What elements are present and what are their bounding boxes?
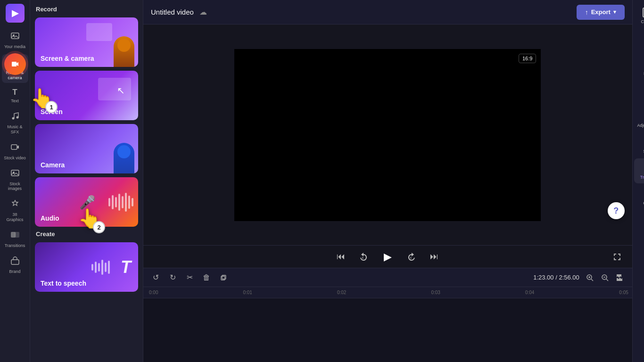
export-icon: ↑ — [585, 8, 588, 16]
adjust-colors-label: Adjust colors — [637, 123, 644, 128]
screen-camera-label: Screen & camera — [41, 55, 94, 62]
rewind-5s-button[interactable]: 5 — [356, 249, 371, 264]
sidebar-item-label-text: Text — [11, 99, 19, 104]
zoom-out-button[interactable] — [598, 271, 611, 284]
screen-label: Screen — [41, 108, 63, 115]
svg-point-4 — [16, 116, 18, 119]
sidebar-item-stock-video[interactable]: Stock video — [2, 140, 28, 164]
timeline-tracks[interactable] — [143, 298, 632, 362]
video-area: 16:9 ? — [143, 25, 632, 245]
timeline-ruler: 0:00 0:01 0:02 0:03 0:04 0:05 — [143, 287, 632, 298]
svg-rect-10 — [11, 260, 19, 264]
record-panel: Record Screen & camera ↖ Screen Camera — [30, 0, 143, 362]
ruler-mark-5: 0:05 — [619, 290, 628, 295]
fullscreen-button[interactable] — [610, 249, 625, 264]
right-sidebar: CC Captions Audio Filters Fade Adjust co… — [632, 0, 644, 362]
tts-waveform — [91, 260, 110, 275]
right-item-speed[interactable]: Speed — [634, 132, 644, 157]
mic-icon: 🎤 — [79, 194, 96, 210]
svg-rect-0 — [11, 33, 19, 39]
time-display: 1:23.00 / 2:56.00 — [533, 274, 579, 281]
export-chevron-icon: ▾ — [613, 9, 616, 15]
screen-card[interactable]: ↖ Screen — [35, 71, 138, 120]
zoom-controls — [583, 271, 627, 284]
transitions-icon — [10, 230, 20, 242]
sidebar-item-stock-images[interactable]: Stock images — [2, 165, 28, 195]
right-item-adjust-colors[interactable]: Adjust colors — [634, 107, 644, 132]
svg-point-3 — [12, 117, 14, 120]
screen-camera-card[interactable]: Screen & camera — [35, 17, 138, 67]
header: Untitled video ☁ ↑ Export ▾ — [143, 0, 632, 25]
skip-to-start-button[interactable]: ⏮ — [333, 249, 348, 264]
sidebar-item-label-graphics: 38 Graphics — [4, 212, 26, 222]
redo-button[interactable]: ↻ — [166, 271, 179, 284]
tts-label: Text to speech — [41, 280, 86, 287]
right-item-audio[interactable]: Audio — [634, 29, 644, 54]
forward-5s-button[interactable]: 5 — [404, 249, 419, 264]
cut-button[interactable]: ✂ — [183, 271, 196, 284]
sidebar-item-label-your-media: Your media — [4, 44, 25, 49]
sidebar-item-your-media[interactable]: Your media — [2, 28, 28, 52]
play-pause-button[interactable]: ▶ — [379, 248, 396, 266]
sidebar-item-graphics[interactable]: 38 Graphics — [2, 196, 28, 225]
svg-text:5: 5 — [410, 256, 412, 259]
zoom-in-button[interactable] — [583, 271, 596, 284]
current-time: 1:23.00 — [533, 274, 553, 281]
record-section-title: Record — [35, 6, 138, 13]
tts-card[interactable]: T Text to speech — [35, 242, 138, 292]
right-item-colors[interactable]: Colors — [634, 184, 644, 209]
right-item-fade[interactable]: Fade — [634, 81, 644, 106]
brand-icon — [10, 256, 20, 268]
timeline-content: 0:00 0:01 0:02 0:03 0:04 0:05 — [143, 287, 632, 362]
export-label: Export — [591, 8, 611, 16]
audio-card[interactable]: 🎤 Audio — [35, 177, 138, 227]
aspect-ratio-badge: 16:9 — [519, 54, 536, 63]
delete-button[interactable]: 🗑 — [200, 271, 213, 284]
sidebar-item-record[interactable]: Record & camera — [2, 54, 28, 83]
sidebar-item-label-music: Music & SFX — [4, 124, 26, 135]
ruler-mark-4: 0:04 — [525, 290, 534, 295]
transition-label: Transition — [640, 175, 644, 180]
timeline-area: ↺ ↻ ✂ 🗑 1:23.00 / 2:56.00 — [143, 268, 632, 362]
music-icon — [10, 111, 20, 123]
sidebar-item-music[interactable]: Music & SFX — [2, 108, 28, 138]
svg-rect-5 — [11, 145, 17, 149]
svg-line-18 — [591, 279, 593, 281]
playback-controls: ⏮ 5 ▶ 5 ⏭ — [143, 245, 632, 268]
undo-button[interactable]: ↺ — [149, 271, 162, 284]
timeline-toolbar: ↺ ↻ ✂ 🗑 1:23.00 / 2:56.00 — [143, 268, 632, 287]
stock-images-icon — [10, 168, 20, 180]
ruler-mark-3: 0:03 — [431, 290, 440, 295]
video-canvas: 16:9 — [234, 49, 541, 221]
audio-label: Audio — [41, 214, 59, 222]
skip-to-end-button[interactable]: ⏭ — [427, 249, 442, 264]
captions-label: Captions — [641, 19, 644, 24]
camera-label: Camera — [41, 161, 65, 169]
sidebar-item-transitions[interactable]: Transitions — [2, 227, 28, 251]
record-active-circle — [4, 53, 26, 75]
create-section-title: Create — [35, 230, 138, 238]
sidebar-item-label-stock-video: Stock video — [4, 156, 26, 161]
fit-timeline-button[interactable] — [613, 271, 627, 284]
stock-video-icon — [10, 142, 20, 154]
duplicate-button[interactable] — [217, 271, 230, 284]
graphics-icon — [10, 199, 20, 211]
main-area: Untitled video ☁ ↑ Export ▾ 16:9 ? ⏮ 5 ▶… — [143, 0, 632, 362]
right-item-transition[interactable]: Transition — [634, 158, 644, 183]
svg-rect-13 — [221, 276, 225, 280]
project-title: Untitled video — [151, 8, 194, 16]
sidebar-item-brand[interactable]: Brand — [2, 253, 28, 277]
right-item-filters[interactable]: Filters — [634, 55, 644, 80]
sidebar-item-label-stock-images: Stock images — [4, 181, 26, 192]
svg-rect-2 — [12, 62, 17, 66]
help-button[interactable]: ? — [608, 202, 625, 219]
right-item-captions[interactable]: CC Captions — [634, 4, 644, 28]
cloud-save-icon[interactable]: ☁ — [199, 8, 207, 16]
ruler-mark-0: 0:00 — [149, 290, 158, 295]
sidebar-item-text[interactable]: T Text — [2, 85, 28, 107]
icon-sidebar: ▶ Your media Record & camera T Text Musi… — [0, 0, 30, 362]
export-button[interactable]: ↑ Export ▾ — [577, 5, 625, 20]
svg-rect-14 — [222, 275, 226, 279]
your-media-icon — [10, 31, 20, 43]
camera-card[interactable]: Camera — [35, 124, 138, 173]
